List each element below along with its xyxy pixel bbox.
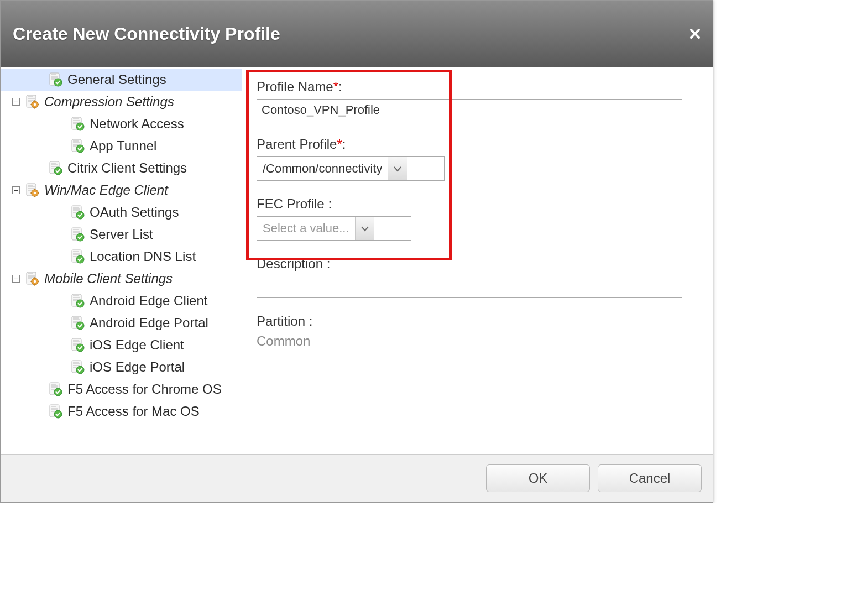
tree-item[interactable]: OAuth Settings (1, 201, 242, 223)
chevron-down-icon (393, 165, 402, 173)
tree-item[interactable]: −Win/Mac Edge Client (1, 179, 242, 201)
tree-item-label: Android Edge Portal (88, 315, 208, 331)
tree-item[interactable]: Citrix Client Settings (1, 157, 242, 179)
field-profile-name: Profile Name*: (257, 79, 698, 121)
page-check-icon (70, 116, 86, 132)
dialog-create-connectivity-profile: Create New Connectivity Profile General … (0, 0, 713, 503)
fec-profile-value: Select a value... (257, 217, 355, 240)
tree-item-label: OAuth Settings (88, 205, 179, 220)
tree-item[interactable]: App Tunnel (1, 135, 242, 157)
tree-item-label: iOS Edge Client (88, 337, 184, 353)
tree-item-label: F5 Access for Mac OS (66, 404, 200, 419)
tree-item[interactable]: iOS Edge Portal (1, 356, 242, 378)
page-gear-icon (24, 182, 41, 198)
page-check-icon (70, 227, 86, 242)
tree-item[interactable]: Location DNS List (1, 246, 242, 268)
tree-item-label: Android Edge Client (88, 293, 207, 309)
description-input[interactable] (257, 276, 682, 298)
cancel-button[interactable]: Cancel (598, 464, 702, 492)
profile-name-input[interactable] (257, 99, 682, 121)
tree-item[interactable]: Server List (1, 223, 242, 246)
tree-item-label: Win/Mac Edge Client (43, 182, 168, 198)
parent-profile-label: Parent Profile*: (257, 137, 698, 152)
tree-item-label: App Tunnel (88, 138, 156, 154)
page-check-icon (70, 205, 86, 220)
tree-item[interactable]: General Settings (1, 69, 242, 91)
page-check-icon (70, 138, 86, 154)
close-button[interactable] (689, 28, 701, 39)
tree-item-label: Mobile Client Settings (43, 271, 173, 286)
dialog-title: Create New Connectivity Profile (13, 24, 280, 44)
field-parent-profile: Parent Profile*: /Common/connectivity (257, 137, 698, 181)
tree-item-label: Location DNS List (88, 249, 196, 264)
parent-profile-value: /Common/connectivity (257, 157, 388, 180)
tree-item[interactable]: Network Access (1, 113, 242, 135)
page-check-icon (70, 337, 86, 353)
fec-profile-select[interactable]: Select a value... (257, 216, 411, 241)
tree-item-label: Server List (88, 227, 153, 242)
tree-item[interactable]: Android Edge Portal (1, 312, 242, 334)
tree-item-label: General Settings (66, 72, 166, 87)
field-partition: Partition : Common (257, 314, 698, 349)
tree-item-label: F5 Access for Chrome OS (66, 382, 222, 397)
tree-item-label: iOS Edge Portal (88, 359, 185, 375)
tree-item[interactable]: −Compression Settings (1, 91, 242, 113)
dialog-titlebar: Create New Connectivity Profile (1, 1, 713, 67)
fec-profile-label: FEC Profile : (257, 196, 698, 212)
description-label: Description : (257, 256, 698, 272)
fec-profile-dropdown-button[interactable] (355, 217, 374, 240)
tree-collapse-icon[interactable]: − (12, 275, 20, 283)
tree-item-label: Citrix Client Settings (66, 160, 187, 176)
page-gear-icon (24, 94, 41, 109)
tree-collapse-icon[interactable]: − (12, 98, 20, 106)
tree-collapse-icon[interactable]: − (12, 186, 20, 194)
page-check-icon (48, 72, 64, 87)
parent-profile-dropdown-button[interactable] (388, 157, 407, 180)
page-check-icon (48, 382, 64, 397)
form-panel: Profile Name*: Parent Profile*: /Common/… (242, 67, 713, 454)
ok-button[interactable]: OK (486, 464, 590, 492)
page-check-icon (70, 315, 86, 331)
chevron-down-icon (360, 225, 369, 232)
settings-tree: General Settings−Compression SettingsNet… (1, 67, 242, 454)
tree-item[interactable]: Android Edge Client (1, 290, 242, 312)
page-check-icon (48, 404, 64, 419)
field-description: Description : (257, 256, 698, 298)
tree-item[interactable]: iOS Edge Client (1, 334, 242, 356)
tree-item-label: Network Access (88, 116, 184, 132)
tree-item[interactable]: F5 Access for Mac OS (1, 400, 242, 422)
page-check-icon (48, 160, 64, 176)
partition-label: Partition : (257, 314, 698, 329)
page-check-icon (70, 293, 86, 309)
profile-name-label: Profile Name*: (257, 79, 698, 95)
field-fec-profile: FEC Profile : Select a value... (257, 196, 698, 241)
page-check-icon (70, 249, 86, 264)
page-gear-icon (24, 271, 41, 286)
parent-profile-select[interactable]: /Common/connectivity (257, 156, 445, 181)
tree-item[interactable]: −Mobile Client Settings (1, 268, 242, 290)
partition-value: Common (257, 333, 698, 349)
close-icon (689, 28, 701, 39)
tree-item[interactable]: F5 Access for Chrome OS (1, 378, 242, 400)
tree-item-label: Compression Settings (43, 94, 174, 109)
page-check-icon (70, 359, 86, 375)
dialog-footer: OK Cancel (1, 454, 713, 502)
